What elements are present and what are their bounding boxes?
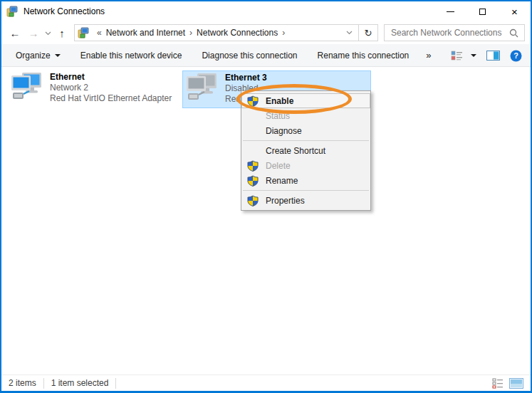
menu-item-enable[interactable]: Enable [241,93,370,108]
status-bar: 2 items 1 item selected [1,374,531,391]
preview-pane-icon[interactable] [486,51,500,61]
menu-item-diagnose[interactable]: Diagnose [241,123,370,138]
connection-network: Network 2 [50,83,172,93]
menu-item-create-shortcut[interactable]: Create Shortcut [241,143,370,158]
menu-separator [243,140,369,141]
back-button[interactable]: ← [6,27,24,39]
command-toolbar: Organize Enable this network device Diag… [1,44,531,67]
network-connections-window: Network Connections × ← → ↑ « Network an… [0,0,532,393]
diagnose-connection-button[interactable]: Diagnose this connection [202,51,297,61]
connection-name: Ethernet [50,72,172,83]
uac-shield-icon [247,195,259,206]
help-icon[interactable]: ? [510,50,522,62]
svg-text:?: ? [513,51,518,60]
ethernet-disabled-icon [185,73,218,101]
menu-item-rename[interactable]: Rename [241,173,370,188]
menu-item-properties[interactable]: Properties [241,193,370,208]
window-title: Network Connections [24,6,105,16]
menu-item-delete: Delete [241,158,370,173]
selected-count: 1 item selected [44,378,116,388]
address-dropdown-icon[interactable] [346,31,353,35]
breadcrumb-prefix: « [97,28,102,38]
minimize-button[interactable] [434,1,466,21]
breadcrumb-network-and-internet[interactable]: Network and Internet [106,28,185,38]
address-bar[interactable]: « Network and Internet › Network Connect… [74,24,378,41]
chevron-down-icon [55,54,61,57]
ethernet-enabled-icon: .scr1{fill:#1f8fe8}.scr2{fill:#3aa0f0}.c… [10,72,43,100]
toolbar-overflow-button[interactable]: » [426,50,431,61]
minimize-icon [447,11,454,12]
breadcrumb-network-connections[interactable]: Network Connections [197,28,278,38]
uac-shield-icon [247,160,259,172]
maximize-button[interactable] [466,1,499,21]
details-view-toggle-icon[interactable] [492,378,504,389]
breadcrumb-separator-icon: › [282,28,285,38]
close-icon: × [511,6,518,17]
forward-button: → [24,27,43,39]
connection-name: Ethernet 3 [225,73,347,83]
location-icon [78,27,89,38]
rename-connection-button[interactable]: Rename this connection [318,51,410,61]
connection-adapter: Red Hat VirtIO Ethernet Adapter [50,93,172,104]
up-button[interactable]: ↑ [53,27,71,39]
history-dropdown-icon[interactable] [43,28,53,38]
maximize-icon [479,9,486,15]
thumbnail-view-toggle-icon[interactable] [509,378,523,389]
change-view-button[interactable] [451,51,476,61]
details-view-icon [451,51,463,61]
title-bar: Network Connections × [1,1,531,21]
navigation-bar: ← → ↑ « Network and Internet › Network C… [1,21,531,44]
search-input[interactable] [385,28,509,38]
app-icon [6,6,18,17]
close-button[interactable]: × [499,1,531,21]
menu-item-status: Status [241,108,370,123]
items-count: 2 items [1,378,43,388]
organize-button[interactable]: Organize [16,51,61,61]
chevron-down-icon [471,54,476,57]
uac-shield-icon [247,95,259,107]
divider [115,378,116,389]
connection-ethernet[interactable]: .scr1{fill:#1f8fe8}.scr2{fill:#3aa0f0}.c… [10,72,172,104]
uac-shield-icon [247,175,259,187]
context-menu: Enable Status Diagnose Create Shortcut D… [241,90,371,211]
breadcrumb-separator-icon: › [189,28,192,38]
refresh-button[interactable]: ↻ [359,25,377,41]
menu-separator [243,190,369,191]
search-box[interactable] [384,24,525,41]
search-icon[interactable] [509,28,518,38]
enable-device-button[interactable]: Enable this network device [80,51,182,61]
